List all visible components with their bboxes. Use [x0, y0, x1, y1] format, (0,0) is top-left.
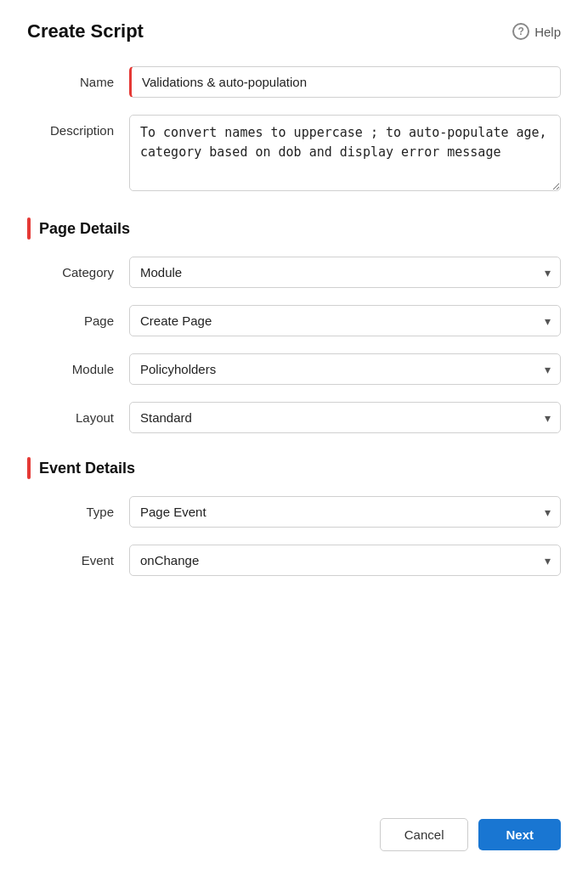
name-row: Name	[27, 66, 561, 98]
event-dropdown: onChange ▾	[129, 545, 561, 576]
event-label: Event	[27, 545, 129, 567]
event-select[interactable]: onChange	[129, 545, 561, 576]
module-row: Module Policyholders ▾	[27, 353, 561, 385]
page-dropdown: Create Page ▾	[129, 305, 561, 336]
page-label: Page	[27, 305, 129, 328]
layout-label: Layout	[27, 402, 129, 425]
event-row: Event onChange ▾	[27, 545, 561, 576]
layout-dropdown: Standard ▾	[129, 402, 561, 433]
module-label: Module	[27, 353, 129, 376]
page-title: Create Script	[27, 20, 144, 42]
category-row: Category Module ▾	[27, 257, 561, 288]
event-select-wrap: onChange ▾	[129, 545, 561, 576]
type-label: Type	[27, 496, 129, 519]
page-select-wrap: Create Page ▾	[129, 305, 561, 336]
page-select[interactable]: Create Page	[129, 305, 561, 336]
section-bar-page	[27, 217, 31, 240]
page-row: Page Create Page ▾	[27, 305, 561, 336]
page-details-title: Page Details	[39, 220, 130, 238]
category-select-wrap: Module ▾	[129, 257, 561, 288]
name-input[interactable]	[129, 66, 561, 98]
type-select-wrap: Page Event ▾	[129, 496, 561, 528]
type-dropdown: Page Event ▾	[129, 496, 561, 528]
header: Create Script ? Help	[27, 20, 561, 42]
page-container: Create Script ? Help Name Description To…	[0, 0, 588, 875]
name-input-wrap	[129, 66, 561, 98]
module-dropdown: Policyholders ▾	[129, 353, 561, 385]
help-button[interactable]: ? Help	[512, 23, 561, 40]
layout-select[interactable]: Standard	[129, 402, 561, 433]
name-label: Name	[27, 66, 129, 89]
help-icon: ?	[512, 23, 529, 40]
description-row: Description To convert names to uppercas…	[27, 115, 561, 194]
page-details-heading: Page Details	[27, 217, 561, 240]
event-details-heading: Event Details	[27, 457, 561, 479]
layout-row: Layout Standard ▾	[27, 402, 561, 433]
description-input-wrap: To convert names to uppercase ; to auto-…	[129, 115, 561, 194]
help-label: Help	[534, 25, 561, 39]
type-row: Type Page Event ▾	[27, 496, 561, 528]
event-details-title: Event Details	[39, 460, 135, 477]
module-select[interactable]: Policyholders	[129, 353, 561, 385]
category-dropdown: Module ▾	[129, 257, 561, 288]
footer-buttons: Cancel Next	[380, 818, 561, 851]
layout-select-wrap: Standard ▾	[129, 402, 561, 433]
module-select-wrap: Policyholders ▾	[129, 353, 561, 385]
next-button[interactable]: Next	[478, 819, 561, 850]
category-label: Category	[27, 257, 129, 279]
cancel-button[interactable]: Cancel	[380, 818, 469, 851]
description-label: Description	[27, 115, 129, 138]
section-bar-event	[27, 457, 31, 479]
category-select[interactable]: Module	[129, 257, 561, 288]
type-select[interactable]: Page Event	[129, 496, 561, 528]
description-input[interactable]: To convert names to uppercase ; to auto-…	[129, 115, 561, 191]
